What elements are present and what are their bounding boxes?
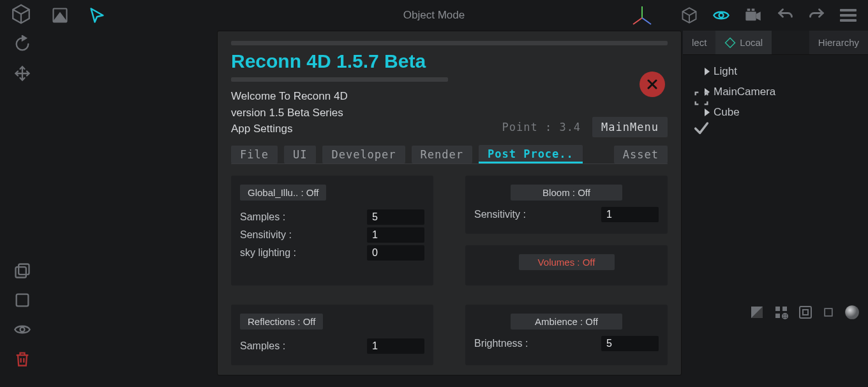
gi-sensitivity-input[interactable]: 1	[367, 227, 424, 243]
dialog-welcome-text: Welcome To Reconn 4D version 1.5 Beta Se…	[231, 88, 348, 137]
tab-select-label: lect	[692, 37, 707, 48]
left-toolbar	[0, 35, 45, 82]
panel-ambience: Ambience : Off Brightness : 5	[465, 305, 668, 365]
hierarchy-item-label: MainCamera	[714, 86, 775, 98]
gi-samples-input[interactable]: 5	[367, 209, 424, 225]
material-icon[interactable]	[749, 305, 765, 322]
hierarchy-item-maincamera[interactable]: MainCamera	[689, 82, 868, 102]
svg-line-7	[642, 18, 651, 24]
visibility-icon[interactable]	[13, 321, 31, 338]
hierarchy-list: Light MainCamera Cube	[683, 55, 868, 123]
move-icon[interactable]	[13, 64, 31, 82]
ambience-brightness-label: Brightness :	[474, 338, 601, 349]
panel-global-illumination: Global_Illu.. : Off Samples : 5 Sensitiv…	[231, 176, 433, 285]
grid-add-icon[interactable]	[774, 305, 789, 322]
eye-icon[interactable]	[712, 6, 730, 24]
svg-rect-18	[803, 310, 808, 315]
top-bar-right	[680, 6, 868, 24]
right-panel-tabs: lect Local Hierarchy	[683, 31, 868, 55]
dialog-info-row: Welcome To Reconn 4D version 1.5 Beta Se…	[231, 88, 668, 137]
axis-gizmo-icon[interactable]	[631, 4, 654, 27]
focus-frame-icon[interactable]	[692, 89, 710, 107]
right-panel: lect Local Hierarchy Light MainCamera Cu…	[683, 31, 868, 387]
bottom-right-strip	[749, 304, 860, 323]
tab-select[interactable]: lect	[683, 31, 715, 54]
dialog-sub-bar	[231, 77, 448, 82]
hierarchy-item-label: Cube	[714, 106, 740, 119]
small-box-icon[interactable]	[822, 306, 835, 321]
svg-rect-15	[775, 314, 780, 318]
tab-postprocess[interactable]: Post Proce..	[479, 145, 583, 163]
svg-rect-4	[752, 9, 755, 11]
dialog-info-right: Point : 3.4 MainMenu	[502, 117, 668, 137]
dialog-title: Reconn 4D 1.5.7 Beta	[231, 50, 668, 72]
panel-right-col-1: Bloom : Off Sensitivity : 1 Volumes : Of…	[465, 176, 668, 285]
svg-point-11	[20, 328, 25, 332]
top-bar-left	[0, 3, 106, 27]
svg-point-1	[719, 13, 724, 18]
svg-rect-17	[800, 307, 811, 318]
redo-icon[interactable]	[808, 6, 826, 24]
hamburger-menu-icon[interactable]	[840, 6, 857, 24]
tab-render[interactable]: Render	[412, 146, 472, 163]
nested-square-icon[interactable]	[798, 305, 813, 322]
square-icon[interactable]	[13, 291, 31, 309]
welcome-line-2: version 1.5 Beta Series	[231, 105, 348, 121]
dialog-drag-bar[interactable]	[231, 41, 668, 45]
gi-samples-row: Samples : 5	[240, 209, 424, 225]
reflections-toggle[interactable]: Reflections : Off	[240, 314, 323, 330]
expand-icon	[705, 68, 710, 75]
hierarchy-item-cube[interactable]: Cube	[689, 102, 868, 123]
welcome-line-3: App Settings	[231, 121, 348, 137]
svg-line-6	[633, 18, 642, 24]
camera-icon[interactable]	[744, 6, 762, 24]
hierarchy-item-light[interactable]: Light	[689, 61, 868, 82]
ambience-brightness-input[interactable]: 5	[601, 336, 659, 351]
cube-icon[interactable]	[10, 3, 32, 27]
point-label: Point : 3.4	[502, 121, 581, 133]
tab-file[interactable]: File	[231, 146, 278, 163]
trash-icon[interactable]	[13, 350, 31, 368]
undo-icon[interactable]	[776, 6, 794, 24]
tab-developer[interactable]: Developer	[322, 146, 405, 163]
gi-toggle[interactable]: Global_Illu.. : Off	[240, 185, 326, 201]
tab-local[interactable]: Local	[715, 31, 772, 54]
box-outline-icon[interactable]	[680, 6, 698, 24]
svg-rect-9	[19, 264, 29, 275]
tab-ui[interactable]: UI	[284, 146, 316, 163]
hierarchy-item-label: Light	[714, 65, 737, 78]
cursor-icon[interactable]	[88, 6, 106, 24]
ambience-brightness-row: Brightness : 5	[474, 336, 659, 351]
viewport-overlay-icons	[692, 89, 710, 137]
gi-skylight-input[interactable]: 0	[367, 245, 424, 261]
close-button[interactable]	[640, 72, 665, 97]
settings-dialog: Reconn 4D 1.5.7 Beta Welcome To Reconn 4…	[217, 31, 682, 376]
ambience-toggle[interactable]: Ambience : Off	[511, 314, 622, 330]
gi-samples-label: Samples :	[240, 211, 367, 223]
mainmenu-button[interactable]: MainMenu	[592, 117, 668, 137]
gi-skylight-row: sky lighting : 0	[240, 245, 424, 261]
bloom-sensitivity-input[interactable]: 1	[601, 207, 659, 222]
image-icon[interactable]	[51, 6, 69, 24]
svg-rect-3	[747, 9, 751, 11]
reflections-samples-input[interactable]: 1	[367, 338, 424, 354]
volumes-toggle[interactable]: Volumes : Off	[519, 254, 615, 270]
gi-skylight-label: sky lighting :	[240, 247, 367, 259]
svg-rect-10	[17, 294, 29, 307]
welcome-line-1: Welcome To Reconn 4D	[231, 88, 348, 105]
tab-local-label: Local	[740, 37, 763, 48]
tab-hierarchy[interactable]: Hierarchy	[809, 31, 868, 54]
svg-rect-14	[782, 307, 787, 311]
confirm-check-icon[interactable]	[692, 119, 710, 137]
svg-rect-13	[775, 307, 780, 311]
rotate-icon[interactable]	[13, 35, 31, 53]
bloom-toggle[interactable]: Bloom : Off	[511, 185, 622, 201]
panel-reflections: Reflections : Off Samples : 1	[231, 305, 433, 365]
sphere-icon[interactable]	[844, 304, 860, 323]
settings-grid: Global_Illu.. : Off Samples : 5 Sensitiv…	[231, 176, 668, 365]
gi-sensitivity-label: Sensitivity :	[240, 229, 367, 241]
tab-asset[interactable]: Asset	[614, 146, 668, 163]
multi-square-icon[interactable]	[13, 262, 31, 280]
panel-volumes: Volumes : Off	[465, 245, 668, 285]
reflections-samples-label: Samples :	[240, 340, 367, 352]
